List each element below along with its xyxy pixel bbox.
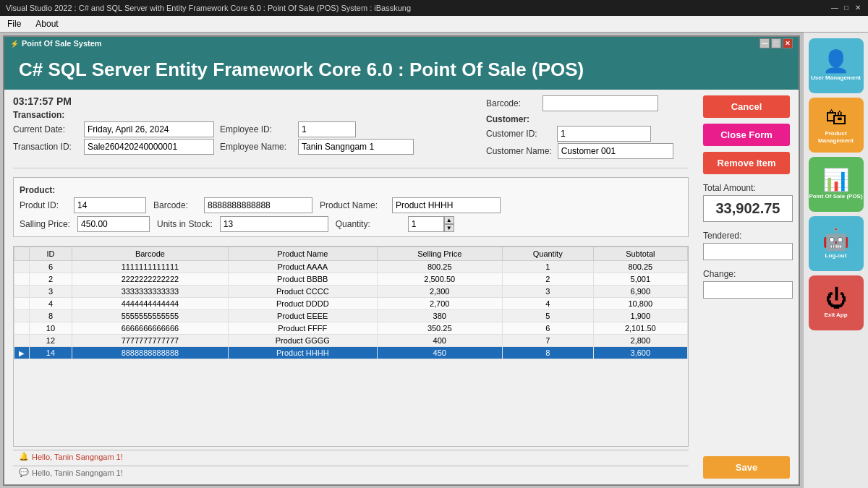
pos-close[interactable]: ✕ xyxy=(783,38,793,48)
total-amount-label: Total Amount: xyxy=(703,183,793,193)
row-selling-price: 350.25 xyxy=(377,322,502,335)
maximize-btn[interactable]: □ xyxy=(842,4,851,12)
units-stock-input[interactable] xyxy=(220,216,328,232)
employee-name-input[interactable] xyxy=(298,139,414,155)
quantity-label: Quantity: xyxy=(336,219,401,229)
quantity-up[interactable]: ▲ xyxy=(444,216,454,224)
row-barcode: 8888888888888 xyxy=(72,347,228,359)
row-quantity: 3 xyxy=(502,286,593,298)
remove-item-button[interactable]: Remove Item xyxy=(703,152,790,174)
tendered-input[interactable] xyxy=(703,243,793,260)
header-title: C# SQL Server Entity Framework Core 6.0 … xyxy=(19,59,784,81)
row-product-name: Product BBBB xyxy=(228,273,377,286)
save-button[interactable]: Save xyxy=(703,456,790,479)
change-input[interactable] xyxy=(703,281,793,299)
table-row[interactable]: 2 2222222222222 Product BBBB 2,500.50 2 … xyxy=(14,273,688,286)
data-table-wrap: ID Barcode Product Name Selling Price Qu… xyxy=(13,246,689,447)
row-arrow xyxy=(14,261,30,273)
barcode-prod-input[interactable] xyxy=(204,197,312,213)
table-row[interactable]: ▶ 14 8888888888888 Product HHHH 450 8 3,… xyxy=(14,347,688,359)
row-arrow xyxy=(14,273,30,286)
sidebar-btn-user-management[interactable]: 👤 User Management xyxy=(809,38,864,93)
tendered-section: Tendered: xyxy=(703,231,793,260)
time-display: 03:17:57 PM xyxy=(13,95,472,107)
sidebar-label-product-management: Product Management xyxy=(809,130,864,144)
row-barcode: 5555555555555 xyxy=(72,310,228,322)
right-panel: Cancel Close Form Remove Item Total Amou… xyxy=(697,90,799,484)
quantity-input[interactable] xyxy=(408,216,444,232)
status-icon: 🔔 xyxy=(19,452,29,461)
customer-name-input[interactable] xyxy=(558,143,673,159)
product-name-input[interactable] xyxy=(392,197,501,213)
menu-file[interactable]: File xyxy=(3,17,25,30)
table-row[interactable]: 6 1111111111111 Product AAAA 800.25 1 80… xyxy=(14,261,688,273)
minimize-btn[interactable]: — xyxy=(830,4,839,12)
quantity-spinner: ▲ ▼ xyxy=(408,216,454,232)
current-date-input[interactable] xyxy=(84,121,214,137)
status-icon-2: 💬 xyxy=(19,468,29,477)
table-row[interactable]: 10 6666666666666 Product FFFF 350.25 6 2… xyxy=(14,322,688,335)
row-subtotal: 5,001 xyxy=(593,273,687,286)
pos-title-controls: — □ ✕ xyxy=(760,38,793,48)
sidebar-btn-point-of-sale[interactable]: 📊 Point Of Sale (POS) xyxy=(809,157,864,212)
sidebar-btn-product-management[interactable]: 🛍 Product Management xyxy=(809,98,864,153)
total-amount-section: Total Amount: 33,902.75 xyxy=(703,183,793,222)
status-message: Hello, Tanin Sangngam 1! xyxy=(32,453,123,461)
selling-price-label: Salling Price: xyxy=(20,219,70,229)
window-controls[interactable]: — □ ✕ xyxy=(830,4,862,12)
close-form-button[interactable]: Close Form xyxy=(703,124,790,146)
row-id: 10 xyxy=(30,322,72,335)
row-selling-price: 2,700 xyxy=(377,298,502,310)
sidebar-btn-exit-app[interactable]: ⏻ Exit App xyxy=(809,275,864,330)
row-barcode: 1111111111111 xyxy=(72,261,228,273)
row-arrow: ▶ xyxy=(14,347,30,359)
transaction-id-input[interactable] xyxy=(84,139,214,155)
table-row[interactable]: 12 7777777777777 Product GGGG 400 7 2,80… xyxy=(14,335,688,347)
status-bar-2: 💬 Hello, Tanin Sangngam 1! xyxy=(13,466,689,479)
header-banner: C# SQL Server Entity Framework Core 6.0 … xyxy=(4,50,799,90)
produt-id-input[interactable] xyxy=(74,197,146,213)
sidebar-label-log-out: Log-out xyxy=(825,252,847,260)
row-quantity: 4 xyxy=(502,298,593,310)
customer-section-label: Customer: xyxy=(486,114,689,124)
cancel-button[interactable]: Cancel xyxy=(703,95,790,118)
tendered-label: Tendered: xyxy=(703,231,793,241)
quantity-down[interactable]: ▼ xyxy=(444,224,454,232)
row-subtotal: 2,101.50 xyxy=(593,322,687,335)
employee-name-label: Employee Name: xyxy=(220,142,292,152)
employee-id-input[interactable] xyxy=(298,121,356,137)
barcode-input[interactable] xyxy=(542,95,658,111)
sidebar-label-user-management: User Management xyxy=(811,74,861,82)
col-subtotal: Subtotal xyxy=(593,247,687,261)
status-bar: 🔔 Hello, Tanin Sangngam 1! xyxy=(13,450,689,463)
row-product-name: Product HHHH xyxy=(228,347,377,359)
product-section-label: Product: xyxy=(20,185,682,195)
pos-minimize[interactable]: — xyxy=(760,38,770,48)
row-arrow xyxy=(14,310,30,322)
product-name-label: Product Name: xyxy=(320,200,385,210)
pos-maximize[interactable]: □ xyxy=(771,38,781,48)
current-date-label: Current Date: xyxy=(13,124,78,134)
row-subtotal: 800.25 xyxy=(593,261,687,273)
table-row[interactable]: 4 4444444444444 Product DDDD 2,700 4 10,… xyxy=(14,298,688,310)
row-arrow xyxy=(14,335,30,347)
table-row[interactable]: 8 5555555555555 Product EEEE 380 5 1,900 xyxy=(14,310,688,322)
row-subtotal: 10,800 xyxy=(593,298,687,310)
col-product-name: Product Name xyxy=(228,247,377,261)
main-wrapper: ⚡ Point Of Sale System — □ ✕ C# SQL Serv… xyxy=(0,33,868,488)
selling-price-input[interactable] xyxy=(77,216,150,232)
menu-about[interactable]: About xyxy=(31,17,62,30)
row-subtotal: 3,600 xyxy=(593,347,687,359)
row-subtotal: 1,900 xyxy=(593,310,687,322)
row-product-name: Product CCCC xyxy=(228,286,377,298)
sidebar-btn-log-out[interactable]: 🤖 Log-out xyxy=(809,216,864,271)
close-btn[interactable]: ✕ xyxy=(854,4,862,12)
row-selling-price: 450 xyxy=(377,347,502,359)
pos-window-title: Point Of Sale System xyxy=(22,39,102,48)
customer-id-input[interactable] xyxy=(557,126,651,142)
table-row[interactable]: 3 3333333333333 Product CCCC 2,300 3 6,9… xyxy=(14,286,688,298)
row-arrow xyxy=(14,322,30,335)
col-id: ID xyxy=(30,247,72,261)
status-message-2: Hello, Tanin Sangngam 1! xyxy=(32,468,123,477)
customer-info: Barcode: Customer: Customer ID: Customer… xyxy=(486,95,689,160)
